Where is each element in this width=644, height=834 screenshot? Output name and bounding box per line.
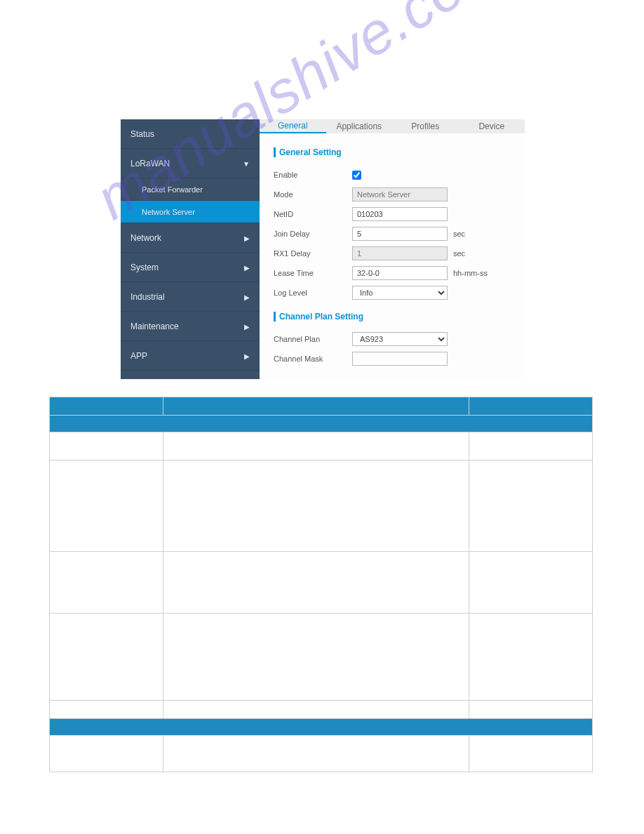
- channelmask-field[interactable]: [352, 352, 448, 366]
- caret-right-icon: ▶: [244, 263, 250, 271]
- section-general-title: General Setting: [274, 147, 511, 157]
- tab-bar: General Applications Profiles Device: [260, 119, 525, 133]
- table-row: [50, 736, 593, 772]
- sidebar-label: Network: [130, 233, 161, 243]
- documentation-table: [49, 397, 593, 772]
- caret-right-icon: ▶: [244, 234, 250, 241]
- sidebar-item-app[interactable]: APP ▶: [121, 341, 260, 371]
- enable-checkbox[interactable]: [352, 171, 361, 180]
- tab-general[interactable]: General: [260, 119, 326, 133]
- lease-suffix: hh-mm-ss: [453, 269, 488, 277]
- rx1-field: [352, 246, 448, 260]
- sidebar: Status LoRaWAN ▼ Packet Forwarder Networ…: [121, 119, 260, 379]
- tab-label: Profiles: [411, 121, 439, 131]
- mode-field: [352, 187, 448, 201]
- sidebar-item-lorawan[interactable]: LoRaWAN ▼: [121, 149, 260, 178]
- row-rx1delay: RX1 Delay sec: [274, 244, 511, 263]
- table-row: [50, 461, 593, 552]
- joindelay-field[interactable]: [352, 227, 448, 241]
- row-lease: Lease Time hh-mm-ss: [274, 264, 511, 282]
- caret-right-icon: ▶: [244, 293, 250, 300]
- loglevel-select[interactable]: Info: [352, 286, 448, 300]
- tab-applications[interactable]: Applications: [326, 119, 393, 133]
- netid-label: NetID: [274, 210, 352, 218]
- mode-label: Mode: [274, 190, 352, 199]
- enable-label: Enable: [274, 171, 352, 179]
- table-row: [50, 701, 593, 719]
- plan-label: Channel Plan: [274, 335, 352, 343]
- sidebar-item-system[interactable]: System ▶: [121, 253, 260, 282]
- caret-right-icon: ▶: [244, 322, 250, 330]
- lease-field[interactable]: [352, 266, 448, 280]
- config-screenshot: Status LoRaWAN ▼ Packet Forwarder Networ…: [121, 119, 525, 379]
- table-header-row: [50, 397, 593, 416]
- table-row: [50, 432, 593, 461]
- sidebar-sublabel: Packet Forwarder: [142, 185, 203, 194]
- rx1-suffix: sec: [453, 249, 465, 258]
- sidebar-label: Status: [130, 129, 154, 139]
- sidebar-label: APP: [130, 351, 147, 361]
- joindelay-suffix: sec: [453, 230, 465, 238]
- content-area: General Setting Enable Mode NetID Join D…: [260, 133, 525, 379]
- row-loglevel: Log Level Info: [274, 284, 511, 302]
- sidebar-item-network[interactable]: Network ▶: [121, 223, 260, 253]
- caret-right-icon: ▶: [244, 352, 250, 359]
- mask-label: Channel Mask: [274, 355, 352, 363]
- sidebar-label: Industrial: [130, 292, 165, 302]
- row-enable: Enable: [274, 166, 511, 184]
- sidebar-item-status[interactable]: Status: [121, 119, 260, 149]
- row-netid: NetID: [274, 205, 511, 223]
- sidebar-label: LoRaWAN: [130, 159, 170, 168]
- sidebar-sublabel: Network Server: [142, 208, 195, 216]
- row-joindelay: Join Delay sec: [274, 225, 511, 243]
- main-panel: General Applications Profiles Device Gen…: [260, 119, 525, 379]
- lease-label: Lease Time: [274, 269, 352, 277]
- sidebar-label: System: [130, 263, 159, 272]
- sidebar-item-industrial[interactable]: Industrial ▶: [121, 282, 260, 312]
- tab-label: Applications: [336, 121, 382, 131]
- row-channelmask: Channel Mask: [274, 350, 511, 368]
- sidebar-subitem-network-server[interactable]: Network Server: [121, 201, 260, 223]
- row-mode: Mode: [274, 185, 511, 204]
- netid-field[interactable]: [352, 207, 448, 221]
- sidebar-subitem-packet-forwarder[interactable]: Packet Forwarder: [121, 178, 260, 201]
- tab-profiles[interactable]: Profiles: [392, 119, 459, 133]
- sidebar-label: Maintenance: [130, 322, 179, 331]
- row-channelplan: Channel Plan AS923: [274, 330, 511, 348]
- channelplan-select[interactable]: AS923: [352, 332, 448, 346]
- log-label: Log Level: [274, 289, 352, 297]
- sidebar-item-maintenance[interactable]: Maintenance ▶: [121, 312, 260, 341]
- tab-device[interactable]: Device: [459, 119, 525, 133]
- table-section-row: [50, 719, 593, 736]
- tab-label: Device: [478, 121, 504, 131]
- section-channel-title: Channel Plan Setting: [274, 312, 511, 322]
- tab-label: General: [278, 121, 308, 131]
- table-row: [50, 614, 593, 701]
- rx1-label: RX1 Delay: [274, 249, 352, 258]
- joindelay-label: Join Delay: [274, 230, 352, 238]
- table-row: [50, 552, 593, 614]
- caret-down-icon: ▼: [243, 159, 250, 167]
- table-subheader-row: [50, 416, 593, 432]
